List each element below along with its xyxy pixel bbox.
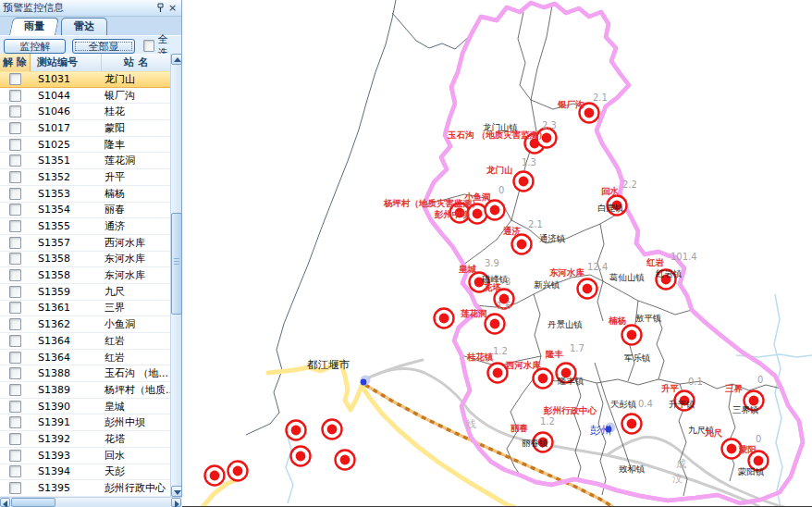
station-marker[interactable] bbox=[514, 172, 534, 192]
station-name: 银厂沟 bbox=[102, 89, 171, 103]
scroll-left-button[interactable] bbox=[0, 498, 10, 507]
release-checkbox[interactable] bbox=[9, 253, 21, 265]
release-checkbox[interactable] bbox=[9, 318, 21, 330]
table-row[interactable]: S1046桂花 bbox=[0, 104, 171, 120]
table-row[interactable]: S1351莲花洞 bbox=[0, 153, 171, 169]
station-name: 彭州行政中心 bbox=[102, 481, 171, 495]
map-svg[interactable]: 龙门山镇白鹿镇通济镇磁峰镇新兴镇丹景山镇葛仙山镇红岩镇敖平镇军乐镇隆丰镇丽春镇天… bbox=[182, 0, 812, 507]
table-row[interactable]: S1364红岩 bbox=[0, 350, 171, 366]
select-all-checkbox[interactable] bbox=[143, 40, 155, 52]
header-station-name[interactable]: 站 名 bbox=[102, 54, 171, 71]
release-checkbox[interactable] bbox=[9, 237, 21, 249]
station-value: 2.1 bbox=[593, 93, 608, 103]
table-row[interactable]: S1355通济 bbox=[0, 218, 171, 235]
release-checkbox[interactable] bbox=[9, 220, 21, 232]
table-row[interactable]: S1017蒙阳 bbox=[0, 120, 171, 137]
station-name: 红岩 bbox=[102, 334, 171, 348]
release-checkbox[interactable] bbox=[9, 384, 21, 396]
table-row[interactable]: S1388玉石沟 （地... bbox=[0, 365, 171, 382]
station-code: S1031 bbox=[31, 73, 102, 85]
header-station-code[interactable]: 测站编号 bbox=[31, 54, 102, 71]
table-row[interactable]: S1352升平 bbox=[0, 169, 171, 186]
tab-radar[interactable]: 雷达 bbox=[61, 18, 107, 35]
release-checkbox[interactable] bbox=[9, 269, 21, 281]
release-checkbox[interactable] bbox=[9, 204, 21, 216]
station-marker[interactable] bbox=[205, 466, 225, 486]
release-checkbox[interactable] bbox=[9, 433, 21, 445]
table-row[interactable]: S1358东河水库 bbox=[0, 267, 171, 284]
show-all-button[interactable]: 全部显示 bbox=[72, 39, 134, 54]
release-checkbox[interactable] bbox=[9, 302, 21, 314]
release-checkbox[interactable] bbox=[9, 286, 21, 298]
scroll-up-button[interactable] bbox=[171, 54, 182, 65]
station-marker[interactable] bbox=[622, 326, 642, 345]
vertical-scroll-thumb[interactable] bbox=[171, 213, 182, 315]
table-row[interactable]: S1390皇城 bbox=[0, 399, 171, 415]
station-marker[interactable] bbox=[622, 414, 642, 434]
station-label: 红岩 bbox=[646, 257, 665, 267]
table-row[interactable]: S1025隆丰 bbox=[0, 137, 171, 154]
release-checkbox[interactable] bbox=[9, 352, 21, 364]
release-checkbox[interactable] bbox=[9, 90, 21, 102]
station-name: 通济 bbox=[102, 219, 171, 233]
release-checkbox[interactable] bbox=[9, 335, 21, 347]
release-checkbox[interactable] bbox=[9, 401, 21, 413]
station-marker[interactable] bbox=[336, 451, 355, 470]
release-checkbox[interactable] bbox=[9, 122, 21, 134]
tab-rainfall[interactable]: 雨量 bbox=[9, 18, 59, 35]
station-marker[interactable] bbox=[287, 421, 306, 440]
table-row[interactable]: S1358东河水库 bbox=[0, 252, 171, 268]
station-label: 丽春 bbox=[511, 423, 529, 433]
table-row[interactable]: S1394天彭 bbox=[0, 464, 171, 481]
station-marker[interactable] bbox=[323, 420, 342, 439]
table-row[interactable]: S1354丽春 bbox=[0, 203, 171, 219]
table-row[interactable]: S1395彭州行政中心 bbox=[0, 480, 171, 497]
station-rows: S1031龙门山S1044银厂沟S1046桂花S1017蒙阳S1025隆丰S13… bbox=[0, 71, 171, 497]
release-checkbox[interactable] bbox=[9, 139, 21, 151]
city-dot bbox=[361, 379, 367, 386]
monitor-release-button[interactable]: 监控解除 bbox=[4, 39, 66, 54]
table-row[interactable]: S1361三界 bbox=[0, 301, 171, 317]
station-label: 三界 bbox=[725, 383, 744, 393]
station-marker[interactable] bbox=[534, 369, 553, 389]
pin-icon[interactable] bbox=[154, 2, 166, 14]
release-checkbox[interactable] bbox=[9, 367, 21, 379]
release-checkbox[interactable] bbox=[9, 105, 21, 117]
station-marker[interactable] bbox=[578, 279, 597, 299]
vertical-scrollbar[interactable] bbox=[170, 54, 181, 497]
table-row[interactable]: S1031龙门山 bbox=[0, 71, 171, 88]
table-row[interactable]: S1353楠杨 bbox=[0, 186, 171, 203]
table-row[interactable]: S1391彭州中坝 bbox=[0, 414, 171, 431]
scroll-down-button[interactable] bbox=[171, 486, 182, 497]
release-checkbox[interactable] bbox=[9, 465, 21, 477]
station-marker[interactable] bbox=[486, 315, 505, 334]
horizontal-scroll-thumb[interactable] bbox=[11, 498, 55, 507]
scroll-right-button[interactable] bbox=[171, 498, 181, 507]
station-code: S1353 bbox=[31, 188, 102, 200]
station-marker[interactable] bbox=[291, 447, 311, 466]
release-checkbox[interactable] bbox=[9, 171, 21, 183]
close-icon[interactable]: × bbox=[166, 2, 178, 14]
table-row[interactable]: S1364红岩 bbox=[0, 333, 171, 350]
release-checkbox[interactable] bbox=[9, 73, 21, 85]
release-checkbox[interactable] bbox=[9, 416, 21, 428]
station-marker[interactable] bbox=[486, 201, 505, 220]
map-canvas[interactable]: 龙门山镇白鹿镇通济镇磁峰镇新兴镇丹景山镇葛仙山镇红岩镇敖平镇军乐镇隆丰镇丽春镇天… bbox=[182, 0, 812, 507]
station-marker[interactable] bbox=[228, 462, 248, 481]
table-row[interactable]: S1357西河水库 bbox=[0, 235, 171, 252]
table-row[interactable]: S1389杨坪村（地质... bbox=[0, 382, 171, 399]
release-checkbox[interactable] bbox=[9, 155, 21, 167]
header-release[interactable]: 解 除 bbox=[0, 54, 31, 71]
table-row[interactable]: S1393回水 bbox=[0, 448, 171, 464]
station-marker[interactable] bbox=[512, 235, 532, 254]
table-row[interactable]: S1044银厂沟 bbox=[0, 88, 171, 105]
station-marker[interactable] bbox=[488, 364, 508, 383]
horizontal-scrollbar[interactable] bbox=[0, 497, 182, 507]
release-checkbox[interactable] bbox=[9, 188, 21, 200]
table-row[interactable]: S1359九尺 bbox=[0, 284, 171, 301]
release-checkbox[interactable] bbox=[9, 450, 21, 462]
station-marker[interactable] bbox=[435, 309, 454, 328]
release-checkbox[interactable] bbox=[9, 482, 21, 494]
table-row[interactable]: S1392花塔 bbox=[0, 431, 171, 448]
table-row[interactable]: S1362小鱼洞 bbox=[0, 316, 171, 333]
